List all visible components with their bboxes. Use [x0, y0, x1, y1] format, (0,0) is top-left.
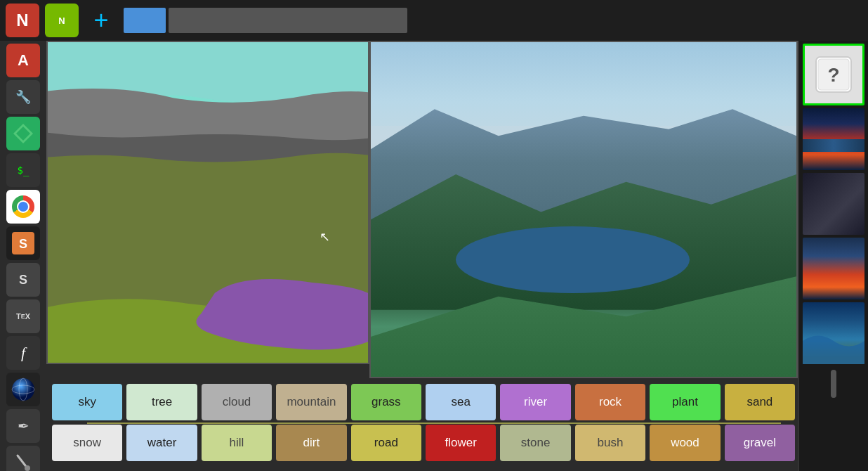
progress-blue-block: [124, 8, 166, 33]
label-rock-button[interactable]: rock: [575, 384, 645, 420]
sphere-icon[interactable]: [6, 373, 40, 406]
label-flower-button[interactable]: flower: [426, 425, 496, 461]
thumbnail-dark[interactable]: [803, 173, 864, 235]
pen-icon[interactable]: ✒: [6, 409, 40, 443]
label-stone-button[interactable]: stone: [500, 425, 570, 461]
photo-canvas: [369, 41, 798, 378]
font-tool-icon[interactable]: A: [6, 44, 40, 77]
wrench-icon[interactable]: 🔧: [6, 80, 40, 114]
tex-icon[interactable]: TEX: [6, 299, 40, 333]
canvas-row: ↖: [46, 41, 798, 378]
svg-text:N: N: [58, 15, 65, 26]
progress-section: [124, 8, 407, 33]
svg-text:?: ?: [827, 64, 839, 86]
labels-section: sky tree cloud mountain grass sea river …: [46, 378, 798, 471]
label-plant-button[interactable]: plant: [650, 384, 720, 420]
font-icon[interactable]: N: [6, 4, 39, 37]
label-wood-button[interactable]: wood: [650, 425, 720, 461]
chrome-icon[interactable]: [6, 190, 40, 224]
svg-text:S: S: [19, 237, 27, 251]
label-river-button[interactable]: river: [500, 384, 570, 420]
drawing-canvas[interactable]: ↖: [46, 41, 369, 364]
label-sea-button[interactable]: sea: [426, 384, 496, 420]
svg-text:↖: ↖: [320, 230, 330, 244]
sublime-icon[interactable]: S: [6, 226, 40, 260]
thumbnail-wave[interactable]: [803, 302, 864, 364]
label-bush-button[interactable]: bush: [575, 425, 645, 461]
label-cloud-button[interactable]: cloud: [202, 384, 272, 420]
scrollbar-thumb[interactable]: [831, 370, 836, 398]
label-dirt-button[interactable]: dirt: [276, 425, 346, 461]
labels-row-1: sky tree cloud mountain grass sea river …: [49, 384, 795, 420]
right-sidebar: ?: [798, 41, 868, 471]
thumbnail-sunset[interactable]: [803, 108, 864, 170]
thumbnail-sunset2[interactable]: [803, 238, 864, 299]
label-mountain-button[interactable]: mountain: [276, 384, 346, 420]
label-snow-button[interactable]: snow: [52, 425, 122, 461]
label-grass-button[interactable]: grass: [351, 384, 421, 420]
nvidia-icon[interactable]: N: [45, 4, 79, 37]
thumbnail-question[interactable]: ?: [803, 44, 864, 105]
labels-row-2: snow water hill dirt road flower stone b…: [49, 425, 795, 461]
label-sky-button[interactable]: sky: [52, 384, 122, 420]
left-sidebar: A 🔧 $_ S S TEX f: [0, 41, 46, 471]
add-button[interactable]: +: [84, 4, 118, 37]
label-gravel-button[interactable]: gravel: [725, 425, 795, 461]
center-area: ↖ sky tree cloud mount: [46, 41, 798, 471]
svg-point-10: [25, 465, 30, 471]
s-app-icon[interactable]: S: [6, 263, 40, 297]
label-sand-button[interactable]: sand: [725, 384, 795, 420]
green-diamond-icon[interactable]: [6, 117, 40, 150]
label-tree-button[interactable]: tree: [126, 384, 197, 420]
label-water-button[interactable]: water: [126, 425, 197, 461]
main-content: A 🔧 $_ S S TEX f: [0, 41, 868, 471]
landscape-image: [371, 42, 796, 377]
font-f-icon[interactable]: f: [6, 336, 40, 370]
top-bar: N N +: [0, 0, 868, 41]
brush-icon[interactable]: [6, 446, 40, 471]
label-hill-button[interactable]: hill: [202, 425, 272, 461]
label-road-button[interactable]: road: [351, 425, 421, 461]
progress-bar-track: [169, 8, 407, 33]
terminal-icon[interactable]: $_: [6, 153, 40, 187]
svg-point-6: [12, 378, 34, 401]
